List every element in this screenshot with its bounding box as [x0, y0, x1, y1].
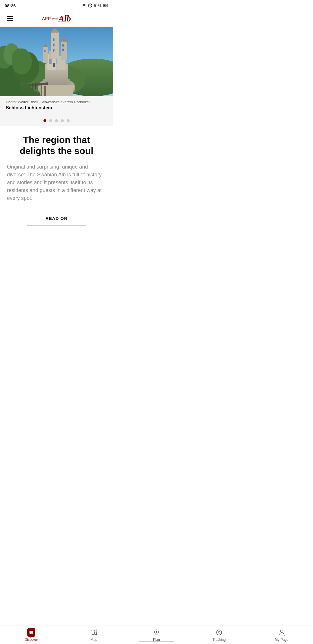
- svg-rect-43: [30, 83, 30, 91]
- svg-rect-40: [41, 85, 42, 96]
- read-on-button[interactable]: READ ON: [27, 211, 86, 226]
- svg-rect-25: [51, 31, 52, 33]
- svg-rect-28: [61, 41, 67, 60]
- photo-credit-text: Photo: Walter Biselli Schwarzwaldverein …: [6, 100, 107, 104]
- svg-rect-30: [62, 44, 64, 47]
- svg-rect-31: [62, 48, 64, 51]
- svg-rect-44: [32, 83, 33, 90]
- logo-solut: solut: [52, 17, 58, 20]
- battery-level: 81%: [94, 3, 101, 8]
- hamburger-line-3: [7, 20, 13, 21]
- svg-rect-38: [49, 59, 52, 64]
- hero-image: [0, 27, 113, 96]
- svg-rect-37: [44, 50, 46, 52]
- carousel-dot-2[interactable]: [49, 119, 52, 122]
- photo-location-text: Schloss Lichtenstein: [6, 105, 107, 111]
- carousel-dot-3[interactable]: [55, 119, 58, 122]
- photo-credit-section: Photo: Walter Biselli Schwarzwaldverein …: [0, 96, 113, 115]
- svg-rect-27: [56, 31, 58, 33]
- svg-rect-22: [53, 38, 54, 41]
- app-logo: APP solut Alb: [42, 14, 71, 23]
- svg-rect-33: [63, 40, 65, 42]
- svg-rect-39: [53, 63, 55, 67]
- no-signal-icon: [88, 3, 92, 8]
- hamburger-menu-button[interactable]: [6, 15, 14, 22]
- svg-rect-34: [65, 40, 67, 42]
- hamburger-line-1: [7, 16, 13, 17]
- svg-rect-35: [43, 47, 48, 63]
- app-header: APP solut Alb: [0, 10, 113, 27]
- carousel-dots: [0, 115, 113, 126]
- svg-rect-4: [108, 5, 108, 6]
- svg-point-47: [12, 48, 32, 75]
- svg-rect-45: [35, 83, 36, 89]
- svg-rect-20: [51, 32, 59, 59]
- page-headline: The region that delights the soul: [7, 134, 106, 157]
- carousel-dot-5[interactable]: [67, 119, 70, 122]
- logo-alb: Alb: [58, 14, 71, 23]
- carousel-dot-1[interactable]: [43, 119, 46, 122]
- bottom-nav-spacer: [0, 237, 113, 261]
- svg-rect-24: [53, 49, 54, 52]
- logo-app: APP: [42, 16, 51, 21]
- wifi-icon: [82, 4, 86, 7]
- svg-line-1: [89, 4, 92, 7]
- battery-icon: [103, 4, 108, 7]
- status-icons: 81%: [82, 3, 108, 8]
- hamburger-line-2: [7, 18, 13, 19]
- status-bar: 08:26 81%: [0, 0, 113, 10]
- svg-rect-41: [44, 86, 46, 96]
- svg-rect-26: [53, 31, 55, 33]
- carousel-dot-4[interactable]: [61, 119, 64, 122]
- svg-rect-23: [53, 44, 54, 46]
- status-time: 08:26: [5, 3, 16, 8]
- castle-illustration: [0, 27, 113, 96]
- svg-rect-32: [61, 40, 62, 42]
- page-body-text: Original and surprising, unique and dive…: [7, 163, 106, 202]
- content-section: The region that delights the soul Origin…: [0, 126, 113, 237]
